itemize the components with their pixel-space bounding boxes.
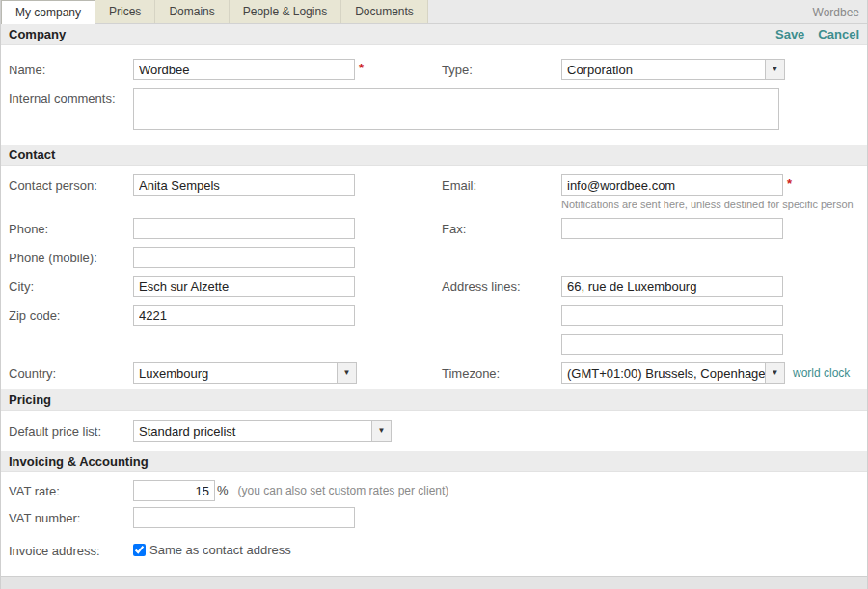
price-list-dropdown-button[interactable]: ▼	[371, 421, 391, 441]
vat-number-input[interactable]	[133, 507, 355, 528]
email-label: Email:	[434, 174, 561, 193]
city-input[interactable]	[133, 276, 355, 297]
spacer-label	[434, 334, 561, 337]
type-dropdown-button[interactable]: ▼	[765, 60, 784, 79]
vat-rate-unit: %	[217, 480, 229, 497]
pricing-section-title: Pricing	[9, 392, 51, 407]
tab-my-company[interactable]: My company	[1, 0, 95, 24]
address-lines-label: Address lines:	[434, 276, 561, 294]
cancel-button[interactable]: Cancel	[818, 27, 859, 41]
country-dropdown-button[interactable]: ▼	[337, 363, 356, 383]
tab-prices[interactable]: Prices	[95, 0, 155, 23]
company-settings-page: My company Prices Domains People & Login…	[0, 0, 868, 589]
world-clock-link[interactable]: world clock	[793, 362, 850, 380]
timezone-label: Timezone:	[434, 362, 561, 381]
phone-mobile-label: Phone (mobile):	[1, 247, 133, 265]
timezone-dropdown-button[interactable]: ▼	[765, 363, 784, 383]
vat-number-label: VAT number:	[1, 507, 133, 525]
phone-mobile-input[interactable]	[133, 247, 355, 268]
zip-code-label: Zip code:	[1, 305, 133, 323]
company-section-title: Company	[9, 27, 66, 41]
chevron-down-icon: ▼	[772, 66, 779, 73]
vat-rate-note: (you can also set custom rates per clien…	[238, 480, 449, 497]
contact-section-title: Contact	[9, 147, 55, 162]
brand-label: Wordbee	[813, 6, 867, 23]
country-select-value: Luxembourg	[134, 363, 337, 383]
same-as-contact-address-label: Same as contact address	[149, 543, 291, 557]
type-select-value: Corporation	[562, 60, 765, 79]
required-asterisk: *	[787, 174, 792, 196]
fax-label: Fax:	[434, 218, 561, 236]
zip-code-input[interactable]	[133, 305, 355, 326]
address-line-3-input[interactable]	[561, 334, 783, 355]
internal-comments-label: Internal comments:	[1, 88, 133, 106]
tab-domains[interactable]: Domains	[155, 0, 229, 23]
timezone-select[interactable]: (GMT+01:00) Brussels, Copenhagen, Madri …	[561, 362, 785, 384]
default-price-list-label: Default price list:	[1, 420, 133, 439]
company-section-header: Company Save Cancel	[1, 24, 867, 45]
required-asterisk: *	[359, 59, 364, 75]
tab-people-logins[interactable]: People & Logins	[230, 0, 341, 23]
default-price-list-value: Standard pricelist	[134, 421, 371, 441]
bottom-strip	[1, 576, 867, 589]
name-input[interactable]	[133, 59, 355, 80]
invoicing-section-header: Invoicing & Accounting	[1, 451, 867, 472]
contact-person-label: Contact person:	[1, 174, 133, 193]
name-label: Name:	[1, 59, 133, 77]
chevron-down-icon: ▼	[772, 369, 779, 377]
vat-rate-label: VAT rate:	[1, 480, 133, 498]
chevron-down-icon: ▼	[378, 427, 386, 435]
email-input[interactable]	[561, 174, 783, 196]
type-select[interactable]: Corporation ▼	[561, 59, 785, 80]
contact-person-input[interactable]	[133, 174, 355, 196]
address-line-2-input[interactable]	[561, 305, 783, 326]
tab-bar: My company Prices Domains People & Login…	[1, 0, 867, 24]
invoice-address-label: Invoice address:	[1, 540, 133, 558]
phone-label: Phone:	[1, 218, 133, 236]
pricing-section-header: Pricing	[1, 389, 867, 411]
address-line-1-input[interactable]	[561, 276, 783, 297]
fax-input[interactable]	[561, 218, 783, 239]
city-label: City:	[1, 276, 133, 294]
invoicing-section-title: Invoicing & Accounting	[9, 454, 149, 469]
vat-rate-input[interactable]	[133, 480, 215, 501]
type-label: Type:	[434, 59, 561, 77]
country-label: Country:	[1, 362, 133, 381]
default-price-list-select[interactable]: Standard pricelist ▼	[133, 420, 392, 442]
chevron-down-icon: ▼	[343, 369, 351, 377]
spacer-label	[434, 305, 561, 308]
timezone-select-value: (GMT+01:00) Brussels, Copenhagen, Madri	[562, 363, 765, 383]
internal-comments-textarea[interactable]	[133, 88, 779, 130]
contact-section-header: Contact	[1, 145, 867, 166]
tab-documents[interactable]: Documents	[341, 0, 428, 23]
save-button[interactable]: Save	[775, 27, 804, 41]
email-note: Notifications are sent here, unless dest…	[561, 199, 854, 210]
phone-input[interactable]	[133, 218, 355, 239]
same-as-contact-address-checkbox[interactable]	[133, 544, 146, 556]
country-select[interactable]: Luxembourg ▼	[133, 362, 357, 384]
